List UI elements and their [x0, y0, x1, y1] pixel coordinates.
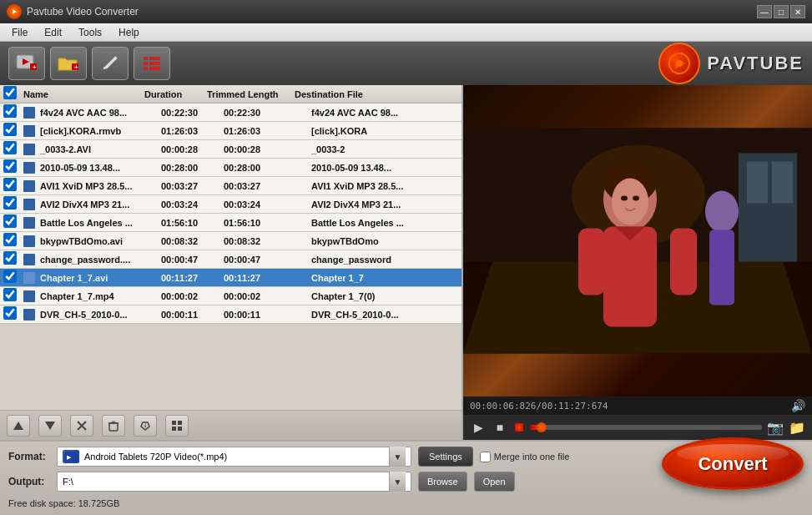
stop-button[interactable]: ■: [492, 419, 508, 436]
window-controls: — □ ✕: [757, 5, 805, 18]
format-dropdown-arrow[interactable]: ▼: [389, 447, 406, 467]
file-list-panel: Name Duration Trimmed Length Destination…: [0, 85, 463, 440]
add-folder-button[interactable]: +: [50, 47, 87, 80]
svg-point-40: [612, 179, 648, 225]
convert-button[interactable]: Convert: [662, 437, 804, 490]
convert-button-area: Convert: [662, 437, 804, 490]
progress-thumb[interactable]: [537, 422, 547, 432]
menu-tools[interactable]: Tools: [70, 25, 110, 40]
menu-help[interactable]: Help: [110, 25, 148, 40]
svg-marker-17: [13, 422, 23, 430]
close-button[interactable]: ✕: [790, 5, 805, 18]
output-path[interactable]: F:\ ▼: [57, 472, 411, 492]
format-label: Format:: [8, 451, 50, 462]
svg-rect-44: [578, 229, 605, 295]
merge-label: Merge into one file: [494, 452, 570, 462]
svg-rect-10: [149, 57, 160, 60]
move-down-button[interactable]: [38, 415, 62, 437]
logo-text: PAVTUBE: [707, 53, 804, 74]
output-value: F:\: [63, 477, 73, 487]
select-all-checkbox[interactable]: [3, 86, 17, 99]
preview-image: [463, 85, 812, 396]
svg-rect-21: [109, 423, 118, 431]
time-text: 00:00:06:826/00:11:27:674: [470, 401, 608, 411]
svg-rect-12: [149, 62, 160, 65]
table-row[interactable]: Battle Los Angeles ... 01:56:10 01:56:10…: [0, 214, 461, 232]
svg-point-42: [633, 196, 639, 201]
col-header-trimmed: Trimmed Length: [207, 89, 295, 99]
table-row[interactable]: _0033-2.AVI 00:00:28 00:00:28 _0033-2: [0, 140, 461, 159]
list-toolbar: ℹ: [0, 410, 461, 440]
logo-area: PAVTUBE: [658, 43, 804, 84]
svg-rect-34: [772, 162, 793, 204]
edit-button[interactable]: [92, 47, 129, 80]
col-header-dest: Destination File: [295, 89, 428, 99]
time-display: 00:00:06:826/00:11:27:674 🔊: [463, 396, 812, 415]
list-view-button[interactable]: [134, 47, 170, 80]
convert-button-label: Convert: [698, 453, 767, 475]
col-header-name: Name: [23, 89, 144, 99]
format-value: Android Tablets 720P Video(*.mp4): [84, 452, 227, 462]
svg-rect-14: [149, 67, 160, 70]
format-select-inner: ▶ Android Tablets 720P Video(*.mp4): [63, 450, 227, 463]
progress-bar[interactable]: [530, 425, 762, 430]
merge-checkbox-area: Merge into one file: [480, 452, 570, 462]
svg-rect-25: [172, 421, 176, 425]
svg-rect-23: [112, 422, 115, 423]
merge-checkbox[interactable]: [480, 452, 491, 462]
settings-button[interactable]: Settings: [418, 447, 473, 467]
table-row[interactable]: [click].KORA.rmvb 01:26:03 01:26:03 [cli…: [0, 122, 461, 140]
output-label: Output:: [8, 476, 50, 487]
table-row[interactable]: DVR_CH-5_2010-0... 00:00:11 00:00:11 DVR…: [0, 305, 461, 324]
folder-button[interactable]: 📁: [789, 420, 805, 436]
move-up-button[interactable]: [7, 415, 30, 437]
menu-file[interactable]: File: [3, 25, 36, 40]
svg-rect-37: [709, 230, 734, 305]
playback-controls: ▶ ■ 📷 📁: [463, 415, 812, 440]
play-button[interactable]: ▶: [470, 419, 487, 436]
grid-view-button[interactable]: [165, 415, 189, 437]
info-button[interactable]: ℹ: [134, 415, 157, 437]
table-row[interactable]: bkypwTBdOmo.avi 00:08:32 00:08:32 bkypwT…: [0, 232, 461, 250]
svg-text:+: +: [74, 63, 78, 71]
svg-rect-11: [144, 62, 148, 65]
svg-rect-33: [747, 162, 768, 204]
menu-bar: File Edit Tools Help: [0, 23, 812, 42]
maximize-button[interactable]: □: [774, 5, 789, 18]
table-row[interactable]: Chapter 1_7.mp4 00:00:02 00:00:02 Chapte…: [0, 287, 461, 305]
table-row[interactable]: AVI1 XviD MP3 28.5... 00:03:27 00:03:27 …: [0, 177, 461, 195]
table-row[interactable]: change_password.... 00:00:47 00:00:47 ch…: [0, 250, 461, 269]
file-list-scroll[interactable]: f4v24 AVC AAC 98... 00:22:30 00:22:30 f4…: [0, 104, 461, 410]
main-content: Name Duration Trimmed Length Destination…: [0, 85, 812, 440]
volume-icon[interactable]: 🔊: [791, 399, 805, 412]
svg-rect-26: [178, 421, 182, 425]
output-dropdown-arrow[interactable]: ▼: [389, 472, 406, 492]
format-select[interactable]: ▶ Android Tablets 720P Video(*.mp4) ▼: [57, 447, 411, 467]
logo-icon: [658, 43, 700, 84]
table-row-selected[interactable]: Chapter 1_7.avi 00:11:27 00:11:27 Chapte…: [0, 269, 461, 287]
screenshot-button[interactable]: 📷: [767, 420, 784, 436]
record-indicator: [515, 423, 523, 432]
app-icon: [7, 4, 22, 19]
clear-button[interactable]: [102, 415, 125, 437]
window-title: Pavtube Video Converter: [27, 6, 757, 18]
format-icon: ▶: [63, 450, 79, 463]
table-row[interactable]: f4v24 AVC AAC 98... 00:22:30 00:22:30 f4…: [0, 104, 461, 122]
toolbar: + +: [0, 42, 812, 85]
table-header: Name Duration Trimmed Length Destination…: [0, 85, 461, 104]
delete-button[interactable]: [70, 415, 93, 437]
menu-edit[interactable]: Edit: [36, 25, 70, 40]
minimize-button[interactable]: —: [757, 5, 772, 18]
svg-point-36: [705, 191, 739, 233]
svg-point-41: [621, 196, 628, 201]
browse-button[interactable]: Browse: [418, 472, 467, 492]
video-preview: [463, 85, 812, 396]
add-video-button[interactable]: +: [8, 47, 45, 80]
svg-rect-27: [172, 427, 176, 431]
table-row[interactable]: 2010-05-09 13.48... 00:28:00 00:28:00 20…: [0, 159, 461, 177]
svg-text:ℹ: ℹ: [144, 423, 147, 428]
table-row[interactable]: AVI2 DivX4 MP3 21... 00:03:24 00:03:24 A…: [0, 195, 461, 214]
svg-marker-18: [45, 422, 55, 430]
open-button[interactable]: Open: [474, 472, 515, 492]
svg-rect-28: [178, 427, 182, 431]
